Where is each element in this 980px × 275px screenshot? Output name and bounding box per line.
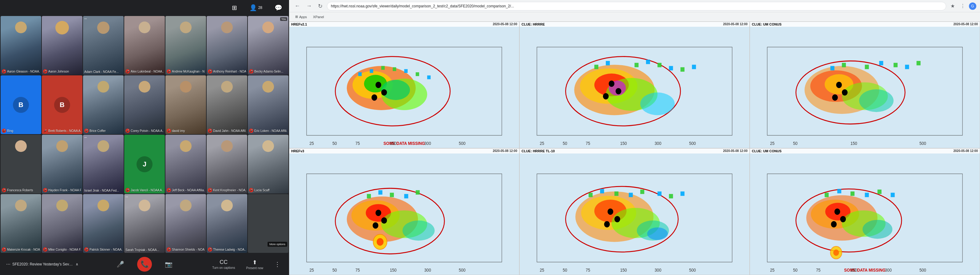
video-tile-23: 🎤 Mike Coniglio - NOAA F... bbox=[42, 194, 83, 253]
mute-icon-6: 🎤 bbox=[208, 69, 212, 73]
svg-text:300: 300 bbox=[424, 141, 431, 146]
mic-button[interactable]: 🎤 bbox=[113, 258, 128, 270]
video-tile-more[interactable]: More options bbox=[248, 194, 288, 253]
browser-settings-button[interactable]: ⋮ bbox=[958, 2, 967, 10]
grid-icon: ⊞ bbox=[232, 4, 237, 11]
map-date-3: 2020-05-08 12:00 bbox=[953, 22, 978, 26]
svg-text:50: 50 bbox=[793, 141, 798, 146]
reload-button[interactable]: ↻ bbox=[316, 2, 325, 11]
video-tile-25: ··· Sarah Trojniak - NOAA... bbox=[124, 194, 165, 253]
svg-text:500: 500 bbox=[689, 268, 696, 273]
svg-rect-81 bbox=[390, 193, 394, 197]
mute-icon-21: 🎤 bbox=[249, 188, 253, 192]
video-tile-10: 🎤 Brice Coffer bbox=[83, 75, 124, 134]
bookmark-star-button[interactable]: ★ bbox=[949, 2, 957, 10]
browser-content: HREFv2.1 2020-05-08 12:00 bbox=[289, 22, 980, 275]
present-button[interactable]: ⬆ Present now bbox=[243, 258, 266, 271]
maps-container: HREFv2.1 2020-05-08 12:00 bbox=[289, 22, 980, 275]
mute-icon-24: 🎤 bbox=[84, 247, 89, 252]
svg-rect-105 bbox=[640, 189, 644, 194]
chevron-up-icon[interactable]: ∧ bbox=[76, 262, 78, 266]
svg-point-109 bbox=[608, 208, 614, 215]
video-tile-22: 🎤 Makenzie Krocak - NOA... bbox=[1, 194, 41, 253]
map-title-4: HREFv3 bbox=[291, 149, 304, 153]
mute-icon-16: 🎤 bbox=[43, 188, 47, 192]
svg-rect-102 bbox=[600, 189, 604, 193]
tile-label-9: 🎤 Brett Roberts - NOAA A... bbox=[43, 129, 81, 133]
tile-label-3: Adam Clark - NOAA Fe... bbox=[84, 70, 123, 73]
svg-rect-128 bbox=[837, 189, 841, 193]
svg-rect-101 bbox=[589, 193, 593, 197]
svg-text:500: 500 bbox=[459, 141, 466, 146]
svg-point-134 bbox=[840, 216, 846, 223]
map-header-3: CLUE: UM CONUS 2020-05-08 12:00 bbox=[750, 22, 980, 27]
tile-label-11: 🎤 Corey Potvin - NOAA A... bbox=[126, 129, 164, 133]
tile-label-8: 🎤 Bing bbox=[2, 129, 40, 133]
video-tile-27: 🎤 Therese Ladwig - NOA... bbox=[207, 194, 247, 253]
address-bar[interactable]: https://hwt.nssl.noaa.gov/sfe_viewer/dai… bbox=[327, 2, 946, 10]
svg-text:25: 25 bbox=[309, 141, 314, 146]
video-tile-1: 🎤 Aaron Gleason - NOAA... bbox=[1, 16, 41, 75]
svg-rect-57 bbox=[879, 61, 883, 65]
bookmark-xpanel[interactable]: XPanel bbox=[310, 14, 326, 20]
present-label: Present now bbox=[246, 266, 263, 270]
tile-label-7: 🎤 Becky Adams-Selin... bbox=[249, 69, 287, 73]
video-tile-17: ··· Israel Jirak - NOAA Fed... bbox=[83, 135, 124, 194]
svg-rect-35 bbox=[669, 66, 673, 70]
svg-point-63 bbox=[836, 82, 842, 88]
mute-icon-2: 🎤 bbox=[43, 69, 47, 73]
video-tile-13: 🎤 David Jahn - NOAA Affil... bbox=[207, 75, 247, 134]
map-svg-1: SOME DATA MISSING 25 50 75 150 300 500 bbox=[290, 22, 519, 148]
mute-icon-9: 🎤 bbox=[43, 129, 47, 133]
tile-label-4: 🎤 Alex Lukinbeal - NOAA... bbox=[126, 69, 164, 73]
back-button[interactable]: ← bbox=[293, 2, 302, 10]
participants-button[interactable]: 👤 28 bbox=[246, 2, 266, 13]
svg-text:25: 25 bbox=[540, 141, 544, 146]
forward-button[interactable]: → bbox=[304, 2, 313, 10]
grid-view-button[interactable]: ⊞ bbox=[229, 2, 240, 13]
svg-text:25: 25 bbox=[309, 268, 314, 273]
svg-point-42 bbox=[603, 93, 609, 100]
tile-label-25: Sarah Trojniak - NOAA... bbox=[126, 248, 164, 252]
more-options-overlay[interactable]: More options bbox=[267, 242, 287, 247]
svg-rect-104 bbox=[629, 193, 633, 197]
bookmark-apps[interactable]: ⊞ Apps bbox=[293, 14, 309, 20]
svg-text:25: 25 bbox=[770, 268, 775, 273]
tile-label-1: 🎤 Aaron Gleason - NOAA... bbox=[2, 69, 40, 73]
profile-avatar[interactable]: G bbox=[969, 2, 976, 10]
chat-button[interactable]: 💬 bbox=[272, 2, 285, 13]
map-cell-3: CLUE: UM CONUS 2020-05-08 12:00 bbox=[750, 22, 980, 148]
map-svg-4: 25 50 75 150 300 500 bbox=[290, 149, 519, 275]
captions-button[interactable]: CC Turn on captions bbox=[210, 258, 237, 271]
map-date-4: 2020-05-08 12:00 bbox=[493, 149, 517, 153]
map-title-2: CLUE: HRRRE bbox=[522, 22, 545, 26]
svg-text:300: 300 bbox=[655, 141, 662, 146]
svg-point-85 bbox=[381, 217, 387, 224]
tile-label-22: 🎤 Makenzie Krocak - NOA... bbox=[2, 247, 40, 252]
mute-icon-4: 🎤 bbox=[126, 69, 130, 73]
svg-point-124 bbox=[862, 220, 892, 239]
svg-text:500: 500 bbox=[920, 141, 926, 146]
svg-text:150: 150 bbox=[620, 141, 627, 146]
browser-toolbar: ← → ↻ https://hwt.nssl.noaa.gov/sfe_view… bbox=[289, 0, 980, 12]
chat-icon: 💬 bbox=[275, 4, 282, 11]
video-tile-19: 🎤 Jeff Beck - NOAA Affilia... bbox=[165, 135, 206, 194]
map-title-1: HREFv2.1 bbox=[291, 22, 307, 26]
end-call-button[interactable]: 📞 bbox=[137, 257, 152, 272]
mute-icon-18: 🎤 bbox=[126, 188, 130, 192]
avatar-brett: B bbox=[54, 97, 70, 113]
tile-dots-25: ··· bbox=[126, 196, 128, 199]
camera-button[interactable]: 📷 bbox=[161, 258, 176, 270]
svg-rect-39 bbox=[606, 61, 610, 65]
mute-icon-23: 🎤 bbox=[43, 247, 47, 252]
svg-rect-106 bbox=[657, 191, 662, 196]
video-tile-8: B 🎤 Bing bbox=[1, 75, 41, 134]
more-options-button[interactable]: ⋮ bbox=[272, 258, 283, 270]
mute-icon-22: 🎤 bbox=[2, 247, 6, 252]
svg-rect-107 bbox=[669, 194, 673, 199]
svg-text:50: 50 bbox=[563, 141, 567, 146]
participants-icon: 👤 bbox=[250, 4, 257, 11]
tile-label-27: 🎤 Therese Ladwig - NOA... bbox=[208, 247, 246, 252]
participants-count: 28 bbox=[258, 6, 262, 10]
svg-text:300: 300 bbox=[424, 268, 431, 273]
